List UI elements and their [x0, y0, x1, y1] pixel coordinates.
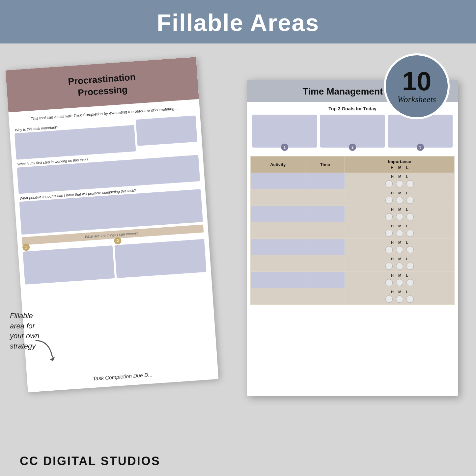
hml-m: M: [398, 290, 401, 294]
hml-l: L: [406, 208, 408, 211]
goal-box-1: 1: [252, 115, 317, 148]
goal-number-3: 3: [417, 144, 424, 151]
circle-l[interactable]: [406, 295, 414, 303]
hml-h-header: H: [391, 165, 394, 170]
table-row: H M L: [251, 288, 455, 305]
activity-cell[interactable]: [251, 239, 305, 255]
ws-commit-col-1: [22, 241, 115, 285]
importance-header: Importance H M L: [347, 159, 452, 170]
importance-cell: H M L: [345, 173, 455, 189]
circle-m[interactable]: [396, 295, 403, 303]
circle-h[interactable]: [385, 230, 393, 237]
arrow-svg: [33, 337, 59, 364]
time-cell[interactable]: [305, 189, 345, 206]
circle-m[interactable]: [396, 279, 403, 286]
hml-l: L: [406, 224, 408, 228]
circle-l[interactable]: [406, 230, 414, 237]
time-cell[interactable]: [305, 255, 345, 272]
ws-col-right-stub: [136, 115, 198, 151]
time-management-table: Activity Time Importance H M L: [250, 156, 455, 305]
circle-h[interactable]: [385, 180, 393, 187]
goal-number-1: 1: [281, 144, 288, 151]
hml-m: M: [398, 208, 401, 211]
circle-h[interactable]: [385, 279, 393, 286]
hml-h: H: [391, 175, 394, 179]
circle-l[interactable]: [406, 279, 414, 286]
hml-m: M: [398, 240, 401, 244]
circle-m[interactable]: [396, 263, 403, 270]
time-cell[interactable]: [305, 272, 345, 288]
time-cell[interactable]: [305, 288, 345, 305]
activity-cell[interactable]: [251, 173, 305, 189]
hml-m: M: [398, 273, 401, 277]
importance-cell: H M L: [345, 288, 455, 305]
goals-boxes: 1 2 3: [252, 115, 453, 148]
circle-m[interactable]: [396, 230, 403, 237]
table-row: H M L: [251, 255, 455, 272]
fillable-box-1b[interactable]: [136, 115, 197, 146]
circle-h[interactable]: [385, 295, 393, 303]
goal-fillable-3[interactable]: [388, 115, 453, 148]
circle-h[interactable]: [385, 263, 393, 270]
hml-l: L: [406, 257, 408, 261]
circle-h[interactable]: [385, 197, 393, 204]
hml-h: H: [391, 240, 394, 244]
page-title: Fillable Areas: [0, 9, 476, 36]
circle-l[interactable]: [406, 263, 414, 270]
activity-cell[interactable]: [251, 189, 305, 206]
circle-m[interactable]: [396, 246, 403, 253]
circle-m[interactable]: [396, 197, 403, 204]
importance-cell: H M L: [345, 255, 455, 272]
goal-box-3: 3: [388, 115, 453, 148]
time-cell[interactable]: [305, 206, 345, 222]
hml-h: H: [391, 191, 394, 195]
badge-circle: 10 Worksheets: [384, 53, 450, 119]
activity-cell[interactable]: [251, 206, 305, 222]
time-cell[interactable]: [305, 239, 345, 255]
hml-h: H: [391, 290, 394, 294]
col-time: Time: [305, 156, 345, 173]
hml-l-header: L: [406, 165, 408, 170]
circle-l[interactable]: [406, 180, 414, 187]
brand-label: CC DIGITAL STUDIOS: [20, 454, 160, 468]
ws-back-title: Procrastination Processing: [13, 67, 192, 103]
activity-cell[interactable]: [251, 255, 305, 272]
circle-l[interactable]: [406, 246, 414, 253]
circle-h[interactable]: [385, 246, 393, 253]
table-row: H M L: [251, 206, 455, 222]
activity-cell[interactable]: [251, 288, 305, 305]
hml-l: L: [406, 191, 408, 195]
table-row: H M L: [251, 239, 455, 255]
ws-due-date: Task Completion Due D...: [27, 367, 218, 386]
goal-fillable-2[interactable]: [320, 115, 385, 148]
time-cell[interactable]: [305, 173, 345, 189]
hml-m-header: M: [398, 165, 402, 170]
main-area: 10 Worksheets Procrastination Processing…: [0, 43, 476, 447]
circle-l[interactable]: [406, 213, 414, 220]
circle-h[interactable]: [385, 213, 393, 220]
hml-l: L: [406, 273, 408, 277]
fillable-box-5[interactable]: [114, 239, 206, 278]
goal-fillable-1[interactable]: [252, 115, 317, 148]
circle-m[interactable]: [396, 213, 403, 220]
hml-h: H: [391, 224, 394, 228]
hml-m: M: [398, 257, 401, 261]
importance-cell: H M L: [345, 272, 455, 288]
fillable-box-4[interactable]: [23, 245, 115, 285]
hml-l: L: [406, 175, 408, 179]
hml-l: L: [406, 240, 408, 244]
circle-m[interactable]: [396, 180, 403, 187]
activity-cell[interactable]: [251, 272, 305, 288]
time-cell[interactable]: [305, 222, 345, 239]
col-importance: Importance H M L: [345, 156, 455, 173]
hml-h: H: [391, 208, 394, 211]
hml-l: L: [406, 290, 408, 294]
activity-cell[interactable]: [251, 222, 305, 239]
worksheet-time-management: Time Management Log Top 3 Goals for Toda…: [247, 80, 458, 396]
table-row: H M L: [251, 189, 455, 206]
ws-commit-col-2: [114, 234, 206, 278]
hml-h: H: [391, 273, 394, 277]
footer: CC DIGITAL STUDIOS: [0, 446, 476, 476]
circle-l[interactable]: [406, 197, 414, 204]
importance-cell: H M L: [345, 189, 455, 206]
